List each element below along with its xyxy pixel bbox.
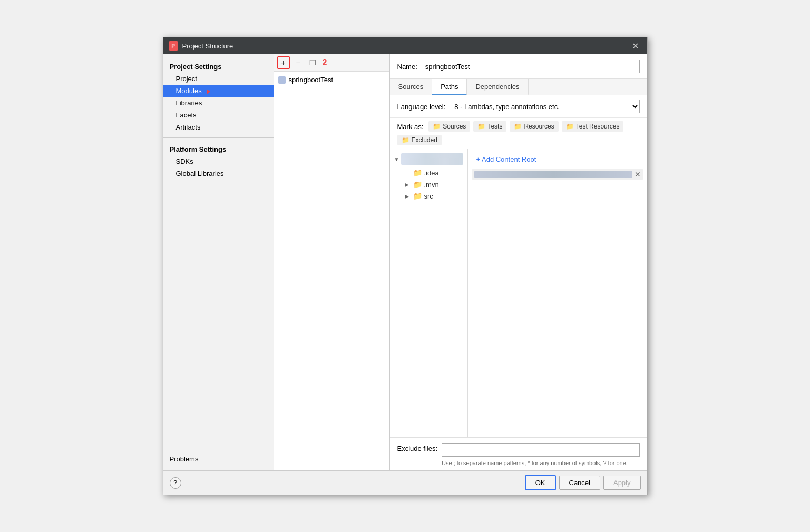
sources-folder-icon: 📁 xyxy=(433,123,441,130)
apply-button[interactable]: Apply xyxy=(603,476,641,490)
mark-as-row: Mark as: 📁 Sources 📁 Tests 📁 Resources 📁… xyxy=(390,118,647,149)
language-level-row: Language level: 8 - Lambdas, type annota… xyxy=(390,95,647,118)
resources-folder-icon: 📁 xyxy=(514,123,522,130)
exclude-files-label: Exclude files: xyxy=(397,445,438,452)
root-path-blurred xyxy=(401,153,463,165)
close-button[interactable]: ✕ xyxy=(629,40,642,52)
dialog-title: Project Structure xyxy=(182,42,233,50)
app-icon: P xyxy=(169,41,178,51)
src-folder-icon: 📁 xyxy=(413,192,422,200)
mvn-arrow: ▶ xyxy=(405,182,411,188)
add-module-button[interactable]: + xyxy=(277,56,290,69)
exclude-row: Exclude files: Use ; to separate name pa… xyxy=(390,437,647,471)
project-structure-dialog: P Project Structure ✕ Project Settings P… xyxy=(163,37,648,495)
excluded-folder-icon: 📁 xyxy=(402,136,409,144)
add-content-root-button[interactable]: + Add Content Root xyxy=(472,153,643,165)
tests-folder-icon: 📁 xyxy=(477,123,485,130)
idea-folder-icon: 📁 xyxy=(413,169,422,177)
name-input[interactable] xyxy=(422,60,640,73)
help-button[interactable]: ? xyxy=(170,477,181,489)
tree-root[interactable]: ▼ xyxy=(390,151,467,167)
side-panel: + Add Content Root ✕ xyxy=(468,149,647,437)
src-label: src xyxy=(424,192,433,200)
title-bar-left: P Project Structure xyxy=(169,41,233,51)
module-item-springboottest[interactable]: springbootTest xyxy=(274,74,389,86)
sidebar-divider-2 xyxy=(163,184,274,184)
sidebar-divider xyxy=(163,137,274,138)
tree-item-idea[interactable]: 📁 .idea xyxy=(390,167,467,179)
content-area: ▼ 📁 .idea ▶ 📁 .mvn xyxy=(390,149,647,437)
ok-button[interactable]: OK xyxy=(525,475,556,490)
tree-item-src[interactable]: ▶ 📁 src xyxy=(390,190,467,202)
mark-as-label: Mark as: xyxy=(397,123,424,131)
content-root-path-blurred xyxy=(474,171,632,178)
exclude-hint: Use ; to separate name patterns, * for a… xyxy=(442,459,639,468)
exclude-col: Use ; to separate name patterns, * for a… xyxy=(442,443,639,468)
tree-panel: ▼ 📁 .idea ▶ 📁 .mvn xyxy=(390,149,468,437)
bottom-bar: ? OK Cancel Apply xyxy=(163,470,647,495)
sidebar-item-problems[interactable]: Problems xyxy=(163,453,274,465)
module-toolbar: + − ❐ 2 xyxy=(274,54,389,72)
remove-content-root-icon[interactable]: ✕ xyxy=(635,170,641,179)
exclude-files-input[interactable] xyxy=(442,443,639,457)
tab-paths[interactable]: Paths xyxy=(432,79,467,95)
mark-excluded-button[interactable]: 📁 Excluded xyxy=(397,135,442,145)
root-arrow: ▼ xyxy=(394,156,399,162)
sidebar-item-artifacts[interactable]: Artifacts xyxy=(163,121,274,133)
sidebar-item-project[interactable]: Project xyxy=(163,73,274,85)
active-indicator xyxy=(207,89,210,94)
sidebar-item-modules[interactable]: Modules xyxy=(163,85,274,97)
name-label: Name: xyxy=(397,63,417,71)
sidebar: Project Settings Project Modules Librari… xyxy=(163,54,274,470)
module-list: springbootTest xyxy=(274,72,389,470)
sidebar-item-global-libraries[interactable]: Global Libraries xyxy=(163,168,274,180)
test-resources-folder-icon: 📁 xyxy=(566,123,574,130)
platform-settings-title: Platform Settings xyxy=(163,142,274,155)
tabs-bar: Sources Paths Dependencies xyxy=(390,79,647,95)
mvn-folder-icon: 📁 xyxy=(413,180,422,189)
module-panel: + − ❐ 2 springbootTest xyxy=(274,54,390,470)
language-level-label: Language level: xyxy=(397,103,446,111)
remove-module-button[interactable]: − xyxy=(292,56,305,69)
content-panel: Name: Sources Paths Dependencies Languag… xyxy=(390,54,647,470)
language-level-select[interactable]: 8 - Lambdas, type annotations etc. xyxy=(450,100,639,113)
mark-resources-button[interactable]: 📁 Resources xyxy=(510,121,558,132)
copy-module-button[interactable]: ❐ xyxy=(307,56,319,69)
content-root-entry: ✕ xyxy=(472,169,643,180)
tree-item-mvn[interactable]: ▶ 📁 .mvn xyxy=(390,179,467,190)
mark-test-resources-button[interactable]: 📁 Test Resources xyxy=(562,121,624,132)
mvn-label: .mvn xyxy=(424,181,439,189)
sidebar-item-facets[interactable]: Facets xyxy=(163,109,274,121)
tab-dependencies[interactable]: Dependencies xyxy=(467,79,528,95)
mark-tests-button[interactable]: 📁 Tests xyxy=(473,121,506,132)
title-bar: P Project Structure ✕ xyxy=(163,37,647,54)
module-label: springbootTest xyxy=(289,76,334,84)
sidebar-item-sdks[interactable]: SDKs xyxy=(163,155,274,168)
cancel-button[interactable]: Cancel xyxy=(559,476,600,490)
module-icon xyxy=(278,76,286,84)
tab-sources[interactable]: Sources xyxy=(390,79,433,95)
dialog-body: Project Settings Project Modules Librari… xyxy=(163,54,647,470)
name-row: Name: xyxy=(390,54,647,79)
sidebar-item-libraries[interactable]: Libraries xyxy=(163,97,274,109)
mark-sources-button[interactable]: 📁 Sources xyxy=(428,121,470,132)
src-arrow: ▶ xyxy=(405,193,411,199)
idea-label: .idea xyxy=(424,169,439,177)
toolbar-number: 2 xyxy=(323,58,327,67)
project-settings-title: Project Settings xyxy=(163,60,274,73)
